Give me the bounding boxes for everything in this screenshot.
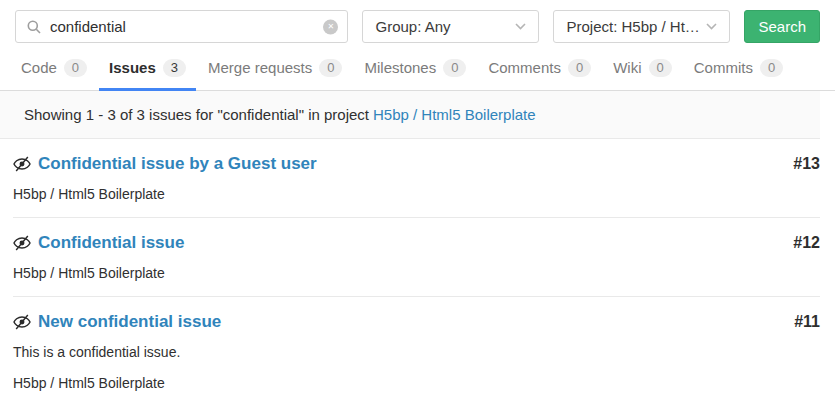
group-filter-label: Group: Any [375,18,450,35]
tab-count-badge: 0 [319,59,342,77]
tab-label: Wiki [613,58,641,78]
tab-label: Milestones [364,58,436,78]
chevron-down-icon [706,23,717,30]
issue-project: H5bp / Html5 Boilerplate [13,264,820,282]
eye-slash-icon [13,156,31,172]
issue-id: #12 [793,232,820,254]
search-results-list: Confidential issue by a Guest user #13 H… [13,139,820,404]
tab-label: Comments [488,58,561,78]
results-summary-text: Showing 1 - 3 of 3 issues for "confident… [24,106,369,123]
project-filter-label: Project: H5bp / Html5 ... [566,18,700,35]
tab-wiki[interactable]: Wiki 0 [603,58,682,90]
tab-count-badge: 0 [64,59,87,77]
search-scope-tabs: Code 0 Issues 3 Merge requests 0 Milesto… [0,58,835,91]
issue-title-link[interactable]: Confidential issue [38,232,184,254]
issue-description: This is a confidential issue. [13,343,820,361]
tab-label: Code [21,58,57,78]
issue-id: #11 [794,311,820,333]
tab-milestones[interactable]: Milestones 0 [354,58,476,90]
search-box[interactable]: ✕ [15,10,348,43]
search-result-row: New confidential issue #11 This is a con… [13,297,820,404]
tab-label: Commits [694,58,753,78]
group-filter-dropdown[interactable]: Group: Any [362,10,539,43]
search-button[interactable]: Search [744,10,820,43]
tab-count-badge: 0 [649,59,672,77]
search-result-row: Confidential issue by a Guest user #13 H… [13,139,820,218]
eye-slash-icon [13,235,31,251]
project-filter-dropdown[interactable]: Project: H5bp / Html5 ... [553,10,730,43]
issue-project: H5bp / Html5 Boilerplate [13,374,820,392]
tab-label: Merge requests [208,58,312,78]
tab-comments[interactable]: Comments 0 [478,58,601,90]
tab-count-badge: 0 [760,59,783,77]
search-toolbar: ✕ Group: Any Project: H5bp / Html5 ... S… [0,0,835,43]
eye-slash-icon [13,314,31,330]
tab-count-badge: 3 [163,59,186,77]
tab-merge-requests[interactable]: Merge requests 0 [198,58,352,90]
tab-code[interactable]: Code 0 [11,58,97,90]
search-input[interactable] [16,11,347,42]
clear-search-icon[interactable]: ✕ [323,19,338,34]
issue-project: H5bp / Html5 Boilerplate [13,185,820,203]
project-link[interactable]: H5bp / Html5 Boilerplate [373,106,536,123]
tab-count-badge: 0 [568,59,591,77]
issue-id: #13 [793,153,820,175]
chevron-down-icon [515,23,526,30]
tab-commits[interactable]: Commits 0 [684,58,793,90]
issue-title-link[interactable]: New confidential issue [38,311,221,333]
tab-label: Issues [109,58,156,78]
search-result-row: Confidential issue #12 H5bp / Html5 Boil… [13,218,820,297]
search-icon [27,20,41,34]
issue-title-link[interactable]: Confidential issue by a Guest user [38,153,317,175]
tab-count-badge: 0 [443,59,466,77]
tab-issues[interactable]: Issues 3 [99,58,196,90]
results-summary-bar: Showing 1 - 3 of 3 issues for "confident… [0,91,820,139]
